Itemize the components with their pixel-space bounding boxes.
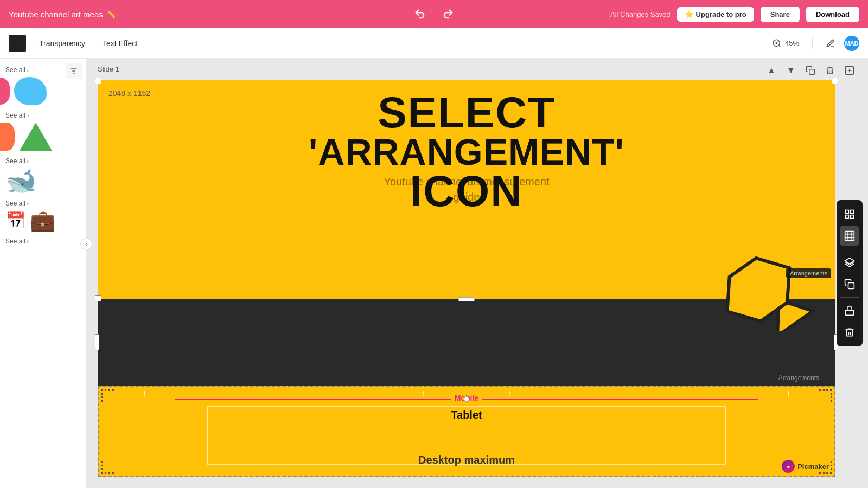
main-area: See all › See all › See all › (0, 59, 868, 488)
dot-corner-tl (101, 389, 114, 402)
slide-copy-button[interactable] (803, 63, 818, 78)
toolbar-divider-2 (840, 297, 859, 298)
arrangement-tooltip: Arrangements (778, 374, 819, 382)
download-button[interactable]: Download (806, 7, 859, 22)
shape-row-2 (5, 123, 81, 151)
slide-canvas: 2048 x 1152 Youtube channel art measurem… (98, 80, 835, 477)
overlay-arrangement-text: 'ARRANGEMENT' (98, 134, 835, 170)
dot-corner-tr (819, 389, 832, 402)
top-navbar: Youtube channel art meas ✏️ All Changes … (0, 0, 868, 28)
pink-shape[interactable] (0, 78, 10, 105)
arrow-up-right: ↑ (786, 388, 791, 400)
fish-sticker[interactable]: 🐋 (5, 168, 36, 193)
tablet-label: Tablet (451, 409, 482, 421)
svg-rect-17 (845, 232, 854, 241)
mobile-dot (464, 396, 469, 402)
selection-handle-bm (458, 297, 475, 301)
left-sidebar: See all › See all › See all › (0, 59, 87, 488)
svg-rect-14 (851, 210, 854, 214)
sidebar-section-2: See all › (0, 108, 86, 154)
desktop-label: Desktop maximum (418, 454, 515, 466)
app-title: Youtube channel art meas ✏️ (9, 10, 116, 19)
calendar-sticker[interactable]: 📅 (5, 213, 25, 229)
orange-circle-shape[interactable] (0, 123, 15, 151)
user-avatar[interactable]: MAD (844, 36, 859, 51)
zoom-level: 45% (785, 39, 799, 47)
upgrade-button[interactable]: ⭐ Upgrade to pro (677, 7, 754, 22)
arrow-up-left: ↑ (142, 388, 147, 400)
mobile-line: Mobile (175, 399, 758, 400)
see-all-2[interactable]: See all › (5, 112, 81, 119)
briefcase-sticker[interactable]: 💼 (30, 210, 55, 231)
arrow-up-inner-right: ↑ (508, 388, 513, 400)
zoom-control: 45% (772, 38, 799, 48)
pen-icon (826, 38, 835, 48)
color-picker[interactable] (9, 35, 26, 52)
svg-rect-15 (846, 215, 849, 219)
right-mini-toolbar: Arrangements (837, 200, 863, 346)
svg-rect-24 (846, 310, 854, 315)
arrangement-button[interactable] (840, 226, 859, 246)
selection-handle-tr (832, 78, 838, 84)
see-all-5[interactable]: See all › (5, 237, 81, 245)
text-effect-button[interactable]: Text Effect (98, 37, 142, 50)
position-button[interactable] (840, 204, 859, 224)
nav-center-controls (410, 4, 458, 24)
see-all-3[interactable]: See all › (5, 157, 81, 165)
redo-button[interactable] (438, 4, 458, 24)
undo-button[interactable] (410, 4, 430, 24)
share-button[interactable]: Share (761, 7, 800, 22)
slide-label: Slide 1 (98, 65, 119, 73)
star-icon: ⭐ (685, 10, 693, 18)
svg-rect-16 (851, 215, 854, 219)
lock-button[interactable] (840, 301, 859, 320)
shape-row-3: 🐋 (5, 168, 81, 193)
slide-top-section[interactable]: 2048 x 1152 Youtube channel art measurem… (98, 80, 835, 299)
slide-add-button[interactable] (842, 63, 857, 78)
toolbar: Transparency Text Effect 45% MAD (0, 28, 868, 59)
edit-icon[interactable]: ✏️ (106, 10, 116, 18)
sidebar-section-4: See all › 📅 💼 (0, 196, 86, 234)
overlay-select-text: SELECT (98, 91, 835, 134)
sidebar-section-5: See all › (0, 234, 86, 252)
svg-rect-7 (809, 69, 815, 75)
save-status: All Changes Saved (610, 10, 671, 18)
filter-button[interactable] (66, 63, 82, 79)
green-triangle-shape[interactable] (20, 123, 52, 151)
duplicate-button[interactable] (840, 274, 859, 294)
zoom-icon (772, 38, 782, 48)
layers-button[interactable] (840, 253, 859, 272)
selection-handle-bl (95, 295, 101, 301)
slide-delete-button[interactable] (822, 63, 838, 78)
slide-up-button[interactable]: ▲ (764, 63, 779, 78)
selection-handle-ml (95, 334, 99, 350)
see-all-4[interactable]: See all › (5, 200, 81, 207)
toolbar-divider-1 (840, 249, 859, 249)
canvas-area: Slide 1 ▲ ▼ (87, 59, 868, 488)
svg-rect-23 (848, 283, 854, 289)
slide-down-button[interactable]: ▼ (783, 63, 799, 78)
blue-blob-shape[interactable] (14, 77, 47, 105)
slide-controls: ▲ ▼ (764, 63, 857, 78)
arrow-indicator (722, 245, 819, 331)
transparency-button[interactable]: Transparency (35, 37, 90, 50)
arrangement-label: Arrangements (786, 268, 831, 278)
svg-line-1 (778, 45, 780, 47)
dot-corner-bl (101, 461, 114, 474)
delete-button[interactable] (840, 323, 859, 342)
picmaker-text: Picmaker (797, 463, 829, 471)
arrow-up-inner-left: ↑ (421, 388, 426, 400)
shape-row-4: 📅 💼 (5, 210, 81, 231)
slide-bottom-section[interactable]: Mobile ↑ ↑ ↑ ↑ Tablet Desktop maximum ● (98, 386, 835, 477)
dimension-label: 2048 x 1152 (108, 89, 150, 98)
picmaker-logo: ● Picmaker (782, 460, 829, 473)
collapse-sidebar-button[interactable]: ‹ (80, 238, 92, 250)
sidebar-section-3: See all › 🐋 (0, 154, 86, 196)
picmaker-icon: ● (782, 460, 795, 473)
shape-row-1 (5, 77, 81, 105)
selection-handle-tl (95, 78, 101, 84)
svg-rect-13 (846, 210, 849, 214)
youtube-subtitle: Youtube channel art measurement guide (384, 174, 549, 204)
